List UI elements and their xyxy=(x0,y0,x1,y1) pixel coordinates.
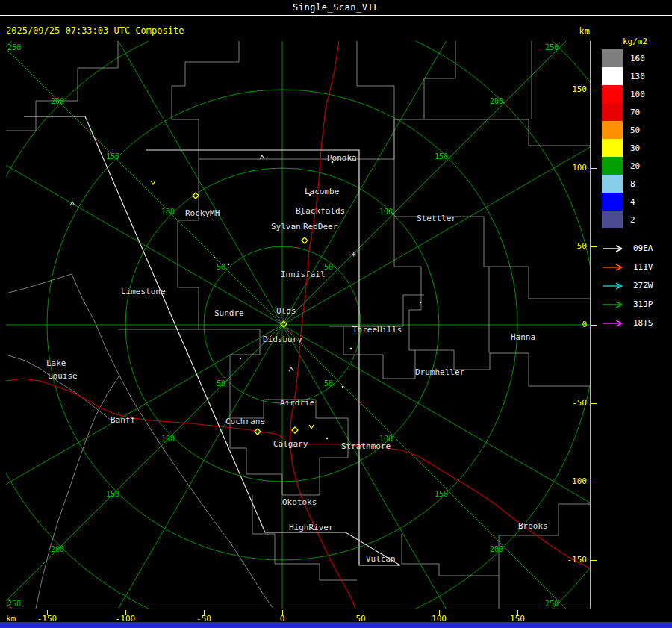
city-label: Lake xyxy=(46,358,66,368)
scale-value-label: 50 xyxy=(630,125,640,135)
color-scale: 16013010070503020842 xyxy=(597,49,672,228)
range-label: 50 xyxy=(217,379,225,388)
town-dot-marker xyxy=(214,257,216,259)
range-label: 100 xyxy=(379,208,393,216)
scale-value-label: 8 xyxy=(630,179,635,189)
scale-unit-label: kg/m2 xyxy=(623,37,672,46)
scale-swatch xyxy=(602,67,623,85)
y-tick xyxy=(591,403,597,404)
range-label: 100 xyxy=(161,435,175,443)
county-boundary xyxy=(394,41,455,159)
city-label: Vulcan xyxy=(366,554,396,564)
radar-map-svg: 2502001501005025020015010050501001502002… xyxy=(6,41,590,609)
range-label: 200 xyxy=(51,97,64,105)
city-label: Banff xyxy=(111,415,135,425)
radar-arrow-icon xyxy=(602,282,627,290)
town-dot-marker xyxy=(420,302,422,304)
county-boundary xyxy=(424,119,590,146)
radar-arrow-icon xyxy=(602,300,627,309)
caret-down-marker xyxy=(151,181,155,184)
city-label: ThreeHills xyxy=(352,325,402,335)
county-boundary xyxy=(252,495,357,580)
city-label: HighRiver xyxy=(289,523,334,532)
radar-legend-entry: 18TS xyxy=(602,314,672,332)
radar-legend-entry: 27ZW xyxy=(602,276,672,295)
town-dot-marker xyxy=(326,438,329,440)
county-boundary xyxy=(230,329,260,418)
radar-site-legend: 09EA111V27ZW31JP18TS xyxy=(597,239,672,332)
scale-swatch xyxy=(602,211,623,228)
scale-value-label: 100 xyxy=(630,90,645,99)
peak-caret-marker xyxy=(289,367,293,371)
scale-entry: 50 xyxy=(602,121,672,139)
scale-entry: 2 xyxy=(602,211,672,228)
city-label: Drumheller xyxy=(415,367,465,377)
y-tick xyxy=(591,325,597,326)
radar-id-label: 27ZW xyxy=(633,281,653,290)
county-boundary xyxy=(178,159,199,329)
city-label: Olds xyxy=(276,306,296,316)
city-label: RedDeer xyxy=(303,222,338,231)
y-axis-unit-label: km xyxy=(567,26,590,37)
city-label: Cochrane xyxy=(225,417,265,426)
city-label: Brooks xyxy=(518,521,548,531)
radar-id-label: 31JP xyxy=(633,299,653,309)
y-tick-label: 50 xyxy=(560,241,587,251)
city-label: Innisfail xyxy=(281,270,326,279)
scale-entry: 30 xyxy=(602,139,672,157)
scale-swatch xyxy=(602,157,623,175)
scale-swatch xyxy=(602,121,623,139)
y-tick-label: 0 xyxy=(560,320,587,329)
town-dot-marker xyxy=(350,348,352,350)
scale-value-label: 130 xyxy=(630,72,645,81)
y-tick-label: 150 xyxy=(560,84,587,94)
city-label: Lacombe xyxy=(305,187,339,196)
city-label: Calgary xyxy=(273,439,308,449)
azimuth-line xyxy=(6,41,282,325)
scale-value-label: 2 xyxy=(630,215,635,225)
azimuth-line xyxy=(282,41,590,325)
county-boundary xyxy=(6,41,118,131)
county-boundary xyxy=(6,274,72,293)
azimuth-line xyxy=(282,325,506,609)
taskbar xyxy=(0,622,672,628)
range-label: 50 xyxy=(217,263,225,271)
county-boundary xyxy=(402,504,590,576)
azimuth-line xyxy=(58,325,282,609)
y-tick xyxy=(591,560,597,561)
range-label: 150 xyxy=(106,490,119,498)
y-tick xyxy=(591,482,597,482)
radar-arrow-icon xyxy=(602,319,627,328)
y-tick-label: -50 xyxy=(560,398,587,408)
county-boundary xyxy=(329,295,424,326)
scale-swatch xyxy=(602,85,623,103)
y-tick xyxy=(591,168,597,169)
scale-value-label: 30 xyxy=(630,143,640,153)
radar-arrow-icon xyxy=(602,244,627,253)
radar-site-marker xyxy=(302,237,308,243)
range-label: 200 xyxy=(490,545,503,553)
range-label: 150 xyxy=(106,152,119,161)
azimuth-line xyxy=(282,325,590,549)
radar-legend-entry: 111V xyxy=(602,258,672,276)
station-star-marker: * xyxy=(351,251,356,261)
county-boundary xyxy=(172,41,239,159)
y-tick-label: -100 xyxy=(560,476,587,486)
range-label: 100 xyxy=(161,208,175,216)
scale-swatch xyxy=(602,193,623,211)
range-label: 250 xyxy=(545,43,559,52)
caret-down-marker xyxy=(309,425,314,429)
range-label: 50 xyxy=(324,379,333,388)
range-label: 150 xyxy=(435,490,448,498)
scale-entry: 20 xyxy=(602,157,672,175)
city-label: RockyMH xyxy=(185,208,220,218)
range-label: 200 xyxy=(490,97,503,105)
scale-entry: 8 xyxy=(602,175,672,193)
town-dot-marker xyxy=(228,264,230,266)
radar-arrow-icon xyxy=(602,263,627,272)
scale-value-label: 4 xyxy=(630,197,635,207)
scale-swatch xyxy=(602,103,623,121)
range-label: 250 xyxy=(7,43,21,52)
scale-swatch xyxy=(602,139,623,157)
scale-value-label: 160 xyxy=(630,54,645,63)
